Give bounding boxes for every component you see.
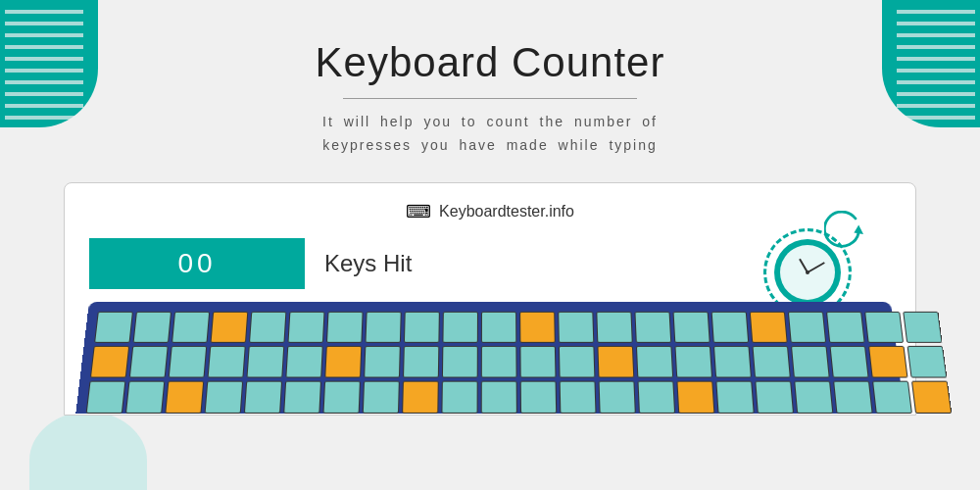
key xyxy=(481,345,517,377)
key-orange xyxy=(324,345,362,377)
key xyxy=(673,311,710,342)
key xyxy=(864,311,904,342)
key-orange xyxy=(402,380,439,413)
key-orange xyxy=(90,345,129,377)
key xyxy=(637,380,675,413)
key xyxy=(326,311,364,342)
key xyxy=(208,345,246,377)
keyboard-row-1 xyxy=(94,311,886,342)
bg-shape-bottom-left xyxy=(29,412,147,490)
key xyxy=(249,311,286,342)
key xyxy=(872,380,912,413)
key xyxy=(133,311,172,342)
key xyxy=(715,380,754,413)
clock-minute-hand xyxy=(808,262,825,273)
key xyxy=(830,345,869,377)
keyboard-icon: ⌨ xyxy=(406,201,431,222)
key xyxy=(125,380,165,413)
key xyxy=(519,345,556,377)
keyboard-row-2 xyxy=(90,345,890,377)
key xyxy=(285,345,322,377)
key xyxy=(481,311,516,342)
clock-center-dot xyxy=(806,270,809,274)
key xyxy=(403,345,439,377)
key xyxy=(596,311,632,342)
key xyxy=(244,380,282,413)
counter-display: 00 xyxy=(89,238,305,289)
key xyxy=(794,380,833,413)
key xyxy=(674,345,712,377)
clock-face xyxy=(774,239,841,306)
key xyxy=(364,345,401,377)
keyboard-body xyxy=(75,302,904,414)
key xyxy=(520,380,558,413)
key xyxy=(442,345,478,377)
key xyxy=(713,345,752,377)
key xyxy=(322,380,360,413)
key xyxy=(481,380,517,413)
key-orange xyxy=(165,380,204,413)
key xyxy=(559,345,595,377)
key xyxy=(442,311,478,342)
key xyxy=(907,345,948,377)
keys-hit-label: Keys Hit xyxy=(324,250,412,277)
key xyxy=(599,380,636,413)
subtitle: It will help you to count the number of … xyxy=(0,111,980,158)
key xyxy=(788,311,826,342)
keyboard-wrapper xyxy=(75,302,904,414)
key xyxy=(755,380,794,413)
key xyxy=(558,311,594,342)
key-orange xyxy=(211,311,249,342)
key xyxy=(86,380,126,413)
header: Keyboard Counter It will help you to cou… xyxy=(0,0,980,158)
key xyxy=(365,311,401,342)
main-card: ⌨ Keyboardtester.info 00 Keys Hit xyxy=(64,182,916,416)
key xyxy=(246,345,284,377)
site-name-label: Keyboardtester.info xyxy=(439,203,574,220)
key xyxy=(634,311,671,342)
key xyxy=(560,380,597,413)
key xyxy=(283,380,321,413)
key xyxy=(833,380,873,413)
key xyxy=(94,311,133,342)
key xyxy=(752,345,790,377)
key-orange xyxy=(750,311,788,342)
key xyxy=(129,345,169,377)
key-orange xyxy=(911,380,952,413)
key xyxy=(287,311,324,342)
key-orange xyxy=(519,311,556,342)
key-orange xyxy=(676,380,714,413)
key xyxy=(169,345,208,377)
key-orange xyxy=(597,345,634,377)
key xyxy=(404,311,440,342)
key xyxy=(791,345,830,377)
key xyxy=(441,380,477,413)
key-orange xyxy=(868,345,907,377)
key xyxy=(172,311,210,342)
page-title: Keyboard Counter xyxy=(0,39,980,86)
key xyxy=(903,311,942,342)
key xyxy=(826,311,865,342)
svg-marker-0 xyxy=(854,224,863,234)
key xyxy=(363,380,400,413)
clock-inner xyxy=(780,245,835,300)
counter-row: 00 Keys Hit xyxy=(89,238,891,289)
keyboard-row-3 xyxy=(86,380,895,413)
subtitle-line1: It will help you to count the number of xyxy=(322,114,658,129)
card-header: ⌨ Keyboardtester.info xyxy=(89,201,891,222)
key xyxy=(205,380,244,413)
key xyxy=(636,345,673,377)
title-divider xyxy=(343,98,637,99)
subtitle-line2: keypresses you have made while typing xyxy=(322,137,657,153)
key xyxy=(711,311,750,342)
